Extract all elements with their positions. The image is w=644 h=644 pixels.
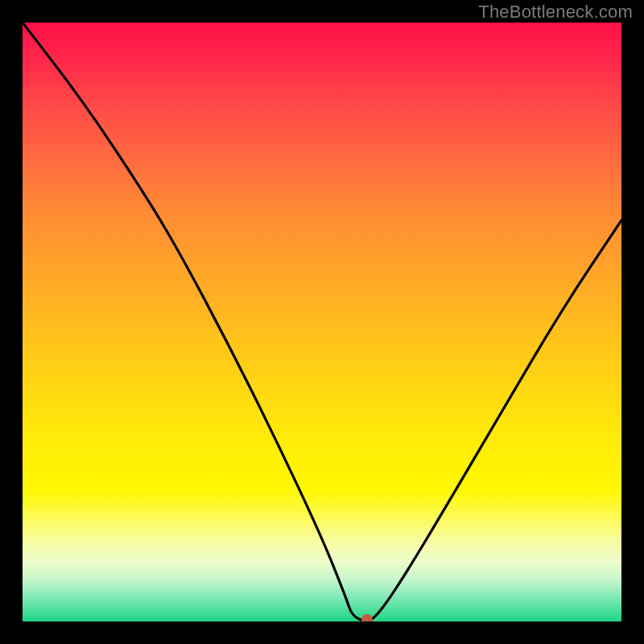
plot-area [23, 23, 621, 621]
watermark-text: TheBottleneck.com [478, 2, 633, 23]
bottleneck-curve-path [23, 23, 621, 621]
chart-frame: TheBottleneck.com [0, 0, 644, 644]
curve-svg [23, 23, 621, 621]
optimum-marker [361, 614, 373, 621]
